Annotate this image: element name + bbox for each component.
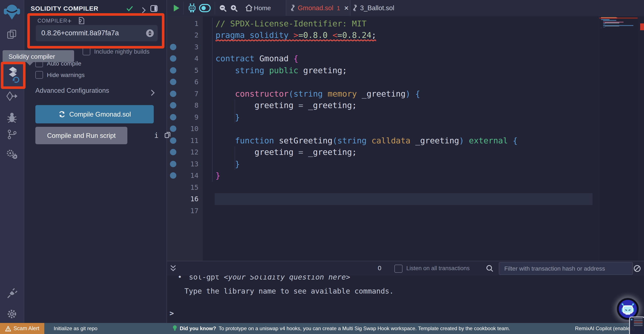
panel-forward-icon[interactable]: [140, 6, 145, 14]
pin-panel-icon[interactable]: [150, 5, 158, 14]
line-number: 6: [166, 76, 198, 88]
transaction-filter-input[interactable]: [499, 262, 633, 275]
error-squiggle: [216, 39, 376, 41]
code-line: function setGreeting(string calldata _gr…: [216, 135, 518, 147]
advanced-configurations[interactable]: Advanced Configurations: [35, 87, 109, 94]
line-number: 16: [166, 193, 198, 205]
overview-ruler-error-mark: [640, 23, 644, 30]
plug-icon: [6, 288, 18, 299]
include-nightly-checkbox[interactable]: [83, 48, 90, 55]
warning-triangle-icon: [5, 326, 11, 331]
tab-gmonad-label: Gmonad.sol: [298, 4, 333, 12]
code-editor[interactable]: 1234567891011121314151617 // SPDX-Licens…: [166, 16, 644, 261]
terminal-line-solgpt: sol-gpt: [189, 275, 224, 281]
lightbulb-icon: [172, 325, 177, 332]
run-script-button[interactable]: [174, 5, 179, 11]
compile-button-label: Compile Gmonad.sol: [69, 110, 131, 118]
terminal-prompt: >: [170, 309, 174, 318]
line-number: 10: [166, 123, 198, 135]
sidebar-item-debugger[interactable]: [0, 111, 24, 123]
line-number: 1: [166, 18, 198, 29]
code-line: }: [216, 170, 518, 182]
code-line: [216, 76, 518, 88]
home-icon[interactable]: [245, 4, 253, 14]
collapse-terminal-icon[interactable]: [170, 265, 176, 274]
copilot-status: RemixAI Copilot (enabled): [575, 326, 635, 332]
copy-icon[interactable]: [164, 131, 171, 140]
sidebar-item-deploy-run[interactable]: [0, 91, 24, 102]
line-number: 13: [166, 158, 198, 170]
tooltip-text: Solidity compiler: [8, 52, 55, 60]
activity-bar: [0, 0, 24, 323]
copilot-toggle-icon[interactable]: [199, 4, 211, 14]
compile-and-run-button[interactable]: Compile and Run script: [35, 127, 127, 144]
terminal-line-solgpt-arg: <your Solidity question here>: [224, 275, 350, 281]
hide-warnings-label: Hide warnings: [47, 71, 84, 78]
annotation-rect-compiler-version: [27, 13, 164, 48]
remix-logo[interactable]: [0, 3, 24, 21]
init-git-repo-button[interactable]: Initialize as git repo: [54, 326, 97, 332]
terminal-bullet: •: [178, 275, 182, 281]
sidebar-item-settings[interactable]: [0, 309, 24, 320]
code-line: greeting = _greeting;: [216, 100, 518, 111]
line-number: 5: [166, 65, 198, 76]
info-icon[interactable]: i: [154, 131, 159, 140]
tab-ballot-label: 3_Ballot.sol: [360, 4, 394, 12]
remix-logo-icon: [4, 3, 20, 21]
line-number: 2: [166, 29, 198, 41]
line-number: 8: [166, 100, 198, 111]
code-line: [216, 123, 518, 135]
advanced-expand-icon[interactable]: [150, 89, 154, 97]
line-numbers: 1234567891011121314151617: [166, 18, 198, 217]
code-line: greeting = _greeting;: [216, 147, 518, 158]
code-line: [216, 193, 518, 205]
code-content[interactable]: // SPDX-License-Identifier: MITpragma so…: [216, 18, 518, 217]
transaction-count-badge: 0: [378, 264, 382, 272]
scam-alert-label: Scam Alert: [14, 326, 40, 332]
code-line: }: [216, 158, 518, 170]
sidebar-item-solidity-analyzers[interactable]: [0, 149, 24, 160]
tab-home[interactable]: Home: [254, 4, 271, 11]
tab-close-icon[interactable]: ✕: [344, 4, 349, 11]
deploy-run-icon: [6, 91, 18, 102]
git-icon: [6, 129, 18, 140]
code-line: string public greeting;: [216, 65, 518, 76]
minimap[interactable]: [599, 16, 638, 261]
panel-title: SOLIDITY COMPILER: [31, 5, 98, 12]
remix-ide: SOLIDITY COMPILER COMPILER + 0.8.26+comm…: [0, 0, 644, 334]
line-number: 15: [166, 182, 198, 193]
tab-ballot[interactable]: 3_Ballot.sol: [350, 0, 402, 16]
annotation-rect-compiler-icon: [1, 62, 26, 89]
tab-gmonad[interactable]: Gmonad.sol 1 ✕: [286, 0, 350, 16]
refresh-icon: [58, 111, 66, 118]
sidebar-item-git[interactable]: [0, 129, 24, 140]
line-number: 12: [166, 147, 198, 158]
analyzers-gears-icon: [6, 149, 18, 160]
code-line: }: [216, 111, 518, 123]
mini-preview-thumbnail[interactable]: [629, 317, 644, 334]
sidebar-item-file-explorer[interactable]: [0, 28, 24, 40]
sidebar-item-plugin-manager[interactable]: [0, 288, 24, 299]
tab-modified-badge: 1: [337, 4, 340, 11]
terminal-output[interactable]: • sol-gpt <your Solidity question here> …: [166, 275, 644, 323]
tip-title: Did you know?: [180, 325, 216, 331]
compile-button[interactable]: Compile Gmonad.sol: [35, 105, 154, 123]
line-number: 14: [166, 170, 198, 182]
terminal-search-icon[interactable]: [486, 265, 494, 274]
listen-transactions-checkbox[interactable]: [394, 265, 402, 273]
remixai-robot-icon[interactable]: [188, 3, 197, 15]
main-area: Home Gmonad.sol 1 ✕ 3_: [166, 0, 644, 323]
terminal-bar: 0 Listen on all transactions: [166, 261, 644, 276]
hide-warnings-checkbox[interactable]: [35, 71, 43, 79]
code-line: contract Gmonad {: [216, 53, 518, 65]
scam-alert-badge[interactable]: Scam Alert: [0, 323, 44, 334]
line-number: 17: [166, 205, 198, 217]
zoom-in-icon[interactable]: [230, 4, 238, 14]
code-line: [216, 205, 518, 217]
zoom-out-icon[interactable]: [219, 4, 227, 14]
line-number: 9: [166, 111, 198, 123]
terminal-line-help: Type the library name to see available c…: [184, 287, 394, 295]
clear-console-icon[interactable]: [633, 265, 641, 274]
line-number: 4: [166, 53, 198, 65]
line-number: 7: [166, 88, 198, 100]
